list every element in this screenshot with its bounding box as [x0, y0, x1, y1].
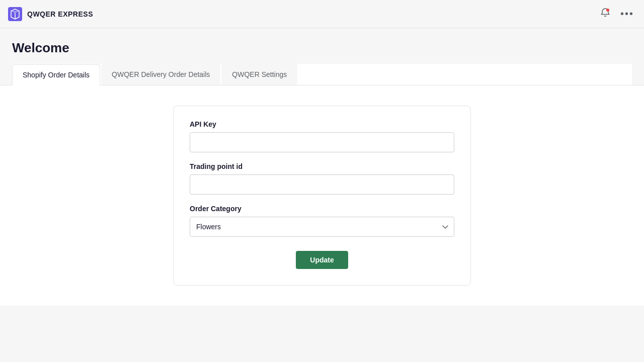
tab-qwqer-delivery-order-details[interactable]: QWQER Delivery Order Details — [101, 64, 220, 85]
tab-shopify-order-details[interactable]: Shopify Order Details — [12, 64, 100, 85]
api-key-label: API Key — [190, 120, 454, 128]
welcome-section: Welcome Shopify Order Details QWQER Deli… — [0, 28, 644, 85]
order-category-group: Order Category Flowers Food Medicine Doc… — [190, 205, 454, 237]
page-title: Welcome — [12, 40, 632, 56]
more-options-button[interactable]: ••• — [618, 6, 636, 22]
header: QWQER EXPRESS ••• — [0, 0, 644, 28]
app-logo-icon — [8, 7, 22, 21]
header-left: QWQER EXPRESS — [8, 7, 93, 21]
tabs-bar: Shopify Order Details QWQER Delivery Ord… — [12, 64, 632, 85]
order-category-label: Order Category — [190, 205, 454, 213]
trading-point-label: Trading point id — [190, 162, 454, 170]
more-icon: ••• — [620, 8, 634, 20]
api-key-input[interactable] — [190, 132, 454, 152]
svg-point-4 — [606, 9, 609, 12]
update-button[interactable]: Update — [296, 251, 348, 269]
trading-point-input[interactable] — [190, 174, 454, 195]
settings-form-card: API Key Trading point id Order Category … — [173, 106, 471, 286]
tab-qwqer-settings[interactable]: QWQER Settings — [221, 64, 297, 85]
api-key-group: API Key — [190, 120, 454, 152]
notification-button[interactable] — [598, 6, 612, 22]
order-category-select[interactable]: Flowers Food Medicine Documents Other — [190, 217, 454, 237]
header-right: ••• — [598, 6, 636, 22]
order-category-select-wrapper: Flowers Food Medicine Documents Other — [190, 217, 454, 237]
app-title: QWQER EXPRESS — [27, 10, 93, 18]
trading-point-group: Trading point id — [190, 162, 454, 195]
main-content: API Key Trading point id Order Category … — [0, 85, 644, 306]
notification-icon — [600, 8, 610, 20]
